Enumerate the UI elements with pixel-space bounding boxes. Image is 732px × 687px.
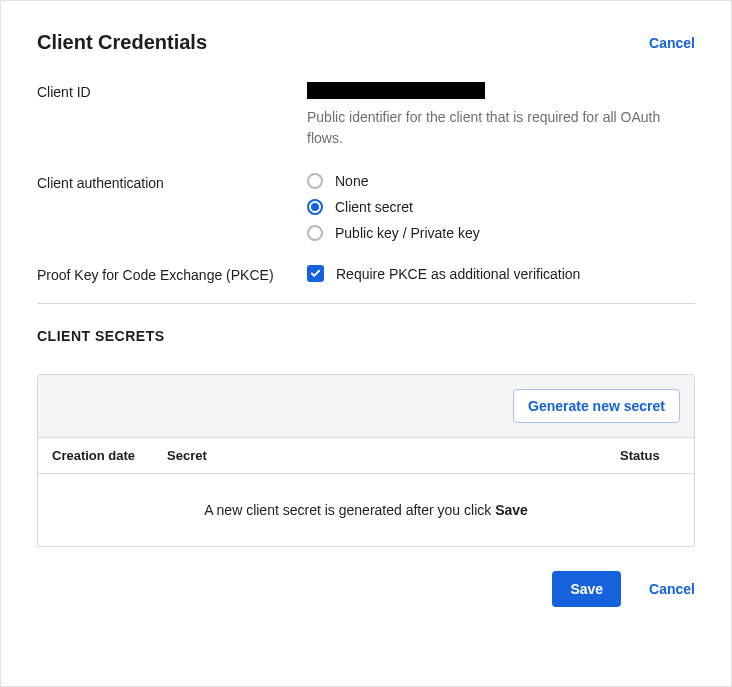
radio-icon [307, 199, 323, 215]
secrets-empty-text: A new client secret is generated after y… [204, 502, 495, 518]
auth-option-label: Client secret [335, 199, 413, 215]
client-id-value-redacted [307, 82, 485, 99]
pkce-control: Require PKCE as additional verification [307, 265, 695, 282]
client-secrets-table: Generate new secret Creation date Secret… [37, 374, 695, 547]
client-secrets-heading: CLIENT SECRETS [37, 328, 695, 344]
client-credentials-panel: Client Credentials Cancel Client ID Publ… [0, 0, 732, 687]
radio-dot-icon [311, 203, 319, 211]
radio-icon [307, 225, 323, 241]
column-status: Status [620, 448, 680, 463]
auth-option-label: None [335, 173, 368, 189]
pkce-row: Proof Key for Code Exchange (PKCE) Requi… [37, 265, 695, 283]
save-button[interactable]: Save [552, 571, 621, 607]
panel-header: Client Credentials Cancel [37, 31, 695, 54]
pkce-label: Proof Key for Code Exchange (PKCE) [37, 265, 307, 283]
generate-new-secret-button[interactable]: Generate new secret [513, 389, 680, 423]
auth-option-none[interactable]: None [307, 173, 695, 189]
secrets-empty-message: A new client secret is generated after y… [38, 474, 694, 546]
pkce-checkbox[interactable]: Require PKCE as additional verification [307, 265, 695, 282]
cancel-link-top[interactable]: Cancel [649, 35, 695, 51]
auth-option-public-private-key[interactable]: Public key / Private key [307, 225, 695, 241]
auth-option-label: Public key / Private key [335, 225, 480, 241]
checkbox-checked-icon [307, 265, 324, 282]
pkce-option-label: Require PKCE as additional verification [336, 266, 580, 282]
client-auth-row: Client authentication None Client secret… [37, 173, 695, 241]
secrets-empty-save-word: Save [495, 502, 528, 518]
cancel-link-bottom[interactable]: Cancel [649, 581, 695, 597]
client-id-control: Public identifier for the client that is… [307, 82, 695, 149]
divider [37, 303, 695, 304]
column-secret: Secret [167, 448, 620, 463]
client-auth-options: None Client secret Public key / Private … [307, 173, 695, 241]
client-id-row: Client ID Public identifier for the clie… [37, 82, 695, 149]
auth-option-client-secret[interactable]: Client secret [307, 199, 695, 215]
radio-icon [307, 173, 323, 189]
secrets-toolbar: Generate new secret [38, 375, 694, 438]
client-auth-label: Client authentication [37, 173, 307, 191]
footer-actions: Save Cancel [37, 571, 695, 607]
client-id-label: Client ID [37, 82, 307, 100]
client-id-help: Public identifier for the client that is… [307, 107, 695, 149]
page-title: Client Credentials [37, 31, 207, 54]
secrets-table-header: Creation date Secret Status [38, 438, 694, 474]
column-creation-date: Creation date [52, 448, 167, 463]
